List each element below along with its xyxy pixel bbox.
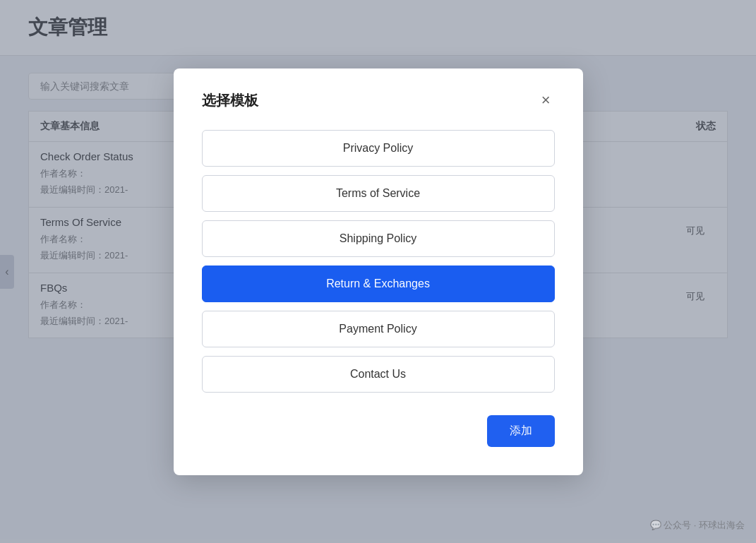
watermark-icon: 💬 <box>650 520 661 530</box>
template-item-contact-us[interactable]: Contact Us <box>202 356 555 393</box>
template-item-privacy-policy[interactable]: Privacy Policy <box>202 130 555 167</box>
template-list: Privacy Policy Terms of Service Shipping… <box>202 130 555 393</box>
modal-footer: 添加 <box>202 415 555 447</box>
template-item-shipping-policy[interactable]: Shipping Policy <box>202 220 555 257</box>
modal-overlay: 选择模板 × Privacy Policy Terms of Service S… <box>0 0 756 543</box>
template-item-payment-policy[interactable]: Payment Policy <box>202 311 555 347</box>
modal-close-button[interactable]: × <box>537 91 555 109</box>
select-template-modal: 选择模板 × Privacy Policy Terms of Service S… <box>174 68 583 475</box>
watermark-text: 公众号 · 环球出海会 <box>664 520 745 530</box>
watermark: 💬 公众号 · 环球出海会 <box>650 519 745 532</box>
modal-title: 选择模板 <box>202 91 258 110</box>
modal-header: 选择模板 × <box>202 91 555 110</box>
add-button[interactable]: 添加 <box>487 415 555 447</box>
template-item-terms-of-service[interactable]: Terms of Service <box>202 175 555 212</box>
template-item-return-exchanges[interactable]: Return & Exchanges <box>202 265 555 302</box>
